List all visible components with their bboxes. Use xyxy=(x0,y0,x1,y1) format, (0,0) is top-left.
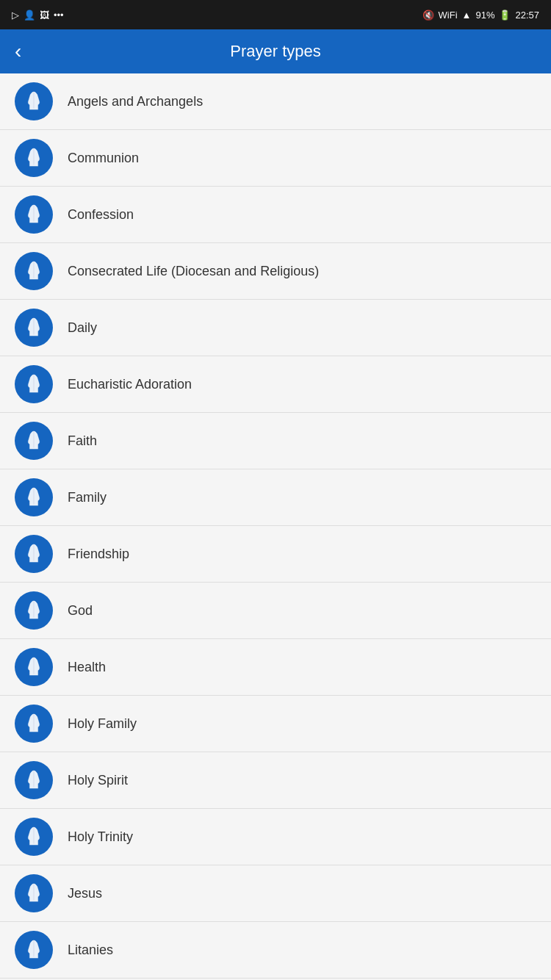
prayer-icon-14 xyxy=(15,874,53,912)
page-title: Prayer types xyxy=(0,42,551,61)
prayer-icon-2 xyxy=(15,195,53,234)
image-icon: 🖼 xyxy=(40,10,49,21)
prayer-icon-8 xyxy=(15,535,53,573)
prayer-icon-3 xyxy=(15,252,53,290)
time: 22:57 xyxy=(515,10,539,21)
prayer-icon-7 xyxy=(15,478,53,516)
prayer-icon-0 xyxy=(15,82,53,120)
back-button[interactable]: ‹ xyxy=(15,40,21,63)
list-item[interactable]: God xyxy=(0,583,551,639)
list-item[interactable]: Litanies xyxy=(0,922,551,979)
prayer-icon-10 xyxy=(15,648,53,686)
list-item[interactable]: Health xyxy=(0,639,551,696)
prayer-icon-11 xyxy=(15,705,53,743)
prayer-type-label: Confession xyxy=(68,207,134,223)
prayer-type-label: Daily xyxy=(68,320,97,336)
list-item[interactable]: Holy Spirit xyxy=(0,752,551,809)
prayer-type-label: God xyxy=(68,603,93,619)
wifi-icon: WiFi xyxy=(439,10,458,21)
battery-percent: 91% xyxy=(475,10,494,21)
list-item[interactable]: Angels and Archangels xyxy=(0,73,551,130)
prayer-icon-15 xyxy=(15,931,53,969)
prayer-type-label: Angels and Archangels xyxy=(68,94,203,109)
signal-icon: ▲ xyxy=(462,10,472,21)
prayer-icon-4 xyxy=(15,309,53,347)
list-item[interactable]: Holy Family xyxy=(0,696,551,752)
prayer-type-label: Jesus xyxy=(68,886,102,901)
mute-icon: 🔇 xyxy=(422,10,434,21)
list-item[interactable]: Family xyxy=(0,469,551,526)
user-icon: 👤 xyxy=(24,10,35,21)
status-bar: ▷ 👤 🖼 ••• 🔇 WiFi ▲ 91% 🔋 22:57 xyxy=(0,0,551,29)
play-icon: ▷ xyxy=(12,10,19,21)
list-item[interactable]: Faith xyxy=(0,413,551,469)
dots-icon: ••• xyxy=(54,10,64,21)
prayer-type-label: Family xyxy=(68,490,107,505)
list-item[interactable]: Consecrated Life (Diocesan and Religious… xyxy=(0,243,551,300)
prayer-icon-5 xyxy=(15,365,53,403)
prayer-icon-6 xyxy=(15,422,53,460)
status-bar-left: ▷ 👤 🖼 ••• xyxy=(12,10,64,21)
prayer-type-label: Communion xyxy=(68,151,139,166)
prayer-type-label: Litanies xyxy=(68,943,113,958)
prayer-type-label: Holy Family xyxy=(68,716,137,732)
prayer-icon-9 xyxy=(15,591,53,630)
prayer-type-label: Consecrated Life (Diocesan and Religious… xyxy=(68,264,319,279)
prayer-types-list: Angels and Archangels Communion Confessi… xyxy=(0,73,551,980)
list-item[interactable]: Eucharistic Adoration xyxy=(0,356,551,413)
list-item[interactable]: Daily xyxy=(0,300,551,356)
prayer-type-label: Faith xyxy=(68,433,97,449)
prayer-icon-12 xyxy=(15,761,53,799)
prayer-type-label: Health xyxy=(68,660,106,675)
list-item[interactable]: Jesus xyxy=(0,865,551,922)
prayer-icon-13 xyxy=(15,818,53,856)
prayer-type-label: Holy Spirit xyxy=(68,773,128,788)
prayer-icon-1 xyxy=(15,139,53,177)
prayer-type-label: Eucharistic Adoration xyxy=(68,377,192,392)
list-item[interactable]: Communion xyxy=(0,130,551,187)
list-item[interactable]: Holy Trinity xyxy=(0,809,551,865)
prayer-type-label: Holy Trinity xyxy=(68,829,133,845)
status-bar-right: 🔇 WiFi ▲ 91% 🔋 22:57 xyxy=(422,10,539,21)
prayer-type-label: Friendship xyxy=(68,547,129,562)
list-item[interactable]: Friendship xyxy=(0,526,551,583)
battery-icon: 🔋 xyxy=(499,10,511,21)
header: ‹ Prayer types xyxy=(0,29,551,73)
list-item[interactable]: Confession xyxy=(0,187,551,243)
